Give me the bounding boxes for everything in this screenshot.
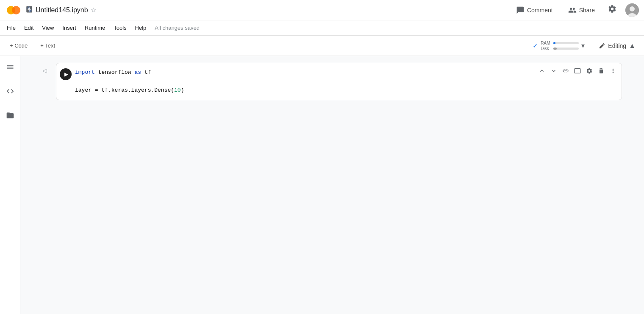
cell-toolbar [537, 66, 618, 76]
ram-label: RAM [541, 41, 552, 45]
file-title-area: Untitled145.ipynb ☆ [25, 6, 508, 15]
settings-button[interactable] [606, 3, 619, 17]
connection-checkmark: ✓ [533, 42, 538, 50]
pencil-icon [599, 42, 605, 49]
svg-point-1 [12, 6, 20, 14]
notebook-toolbar: + Code + Text ✓ RAM Disk ▾ [0, 36, 644, 56]
resource-usage: RAM Disk [541, 41, 579, 51]
code-line-3: layer = tf.keras.layers.Dense(10) [75, 86, 618, 95]
menu-help[interactable]: Help [132, 23, 150, 33]
chevron-up-icon: ▲ [629, 42, 636, 50]
disk-bar-fill [553, 48, 556, 50]
menu-edit[interactable]: Edit [21, 23, 37, 33]
file-name[interactable]: Untitled145.ipynb [36, 6, 88, 14]
code-line-2 [75, 77, 618, 86]
toolbar-divider [590, 41, 590, 51]
cell-more-options-button[interactable] [608, 66, 618, 76]
user-avatar[interactable] [625, 3, 639, 17]
menu-view[interactable]: View [39, 23, 57, 33]
menu-file[interactable]: File [3, 23, 19, 33]
sidebar-icon-menu[interactable] [3, 59, 18, 77]
menu-bar: File Edit View Insert Runtime Tools Help… [0, 20, 644, 36]
gear-icon [608, 4, 617, 14]
ram-bar-background [553, 42, 579, 44]
cell-container: ◁ [36, 63, 629, 100]
comment-icon [516, 6, 525, 14]
star-icon[interactable]: ☆ [91, 6, 97, 14]
share-button[interactable]: Share [564, 3, 599, 17]
sidebar-icon-files[interactable] [3, 108, 18, 125]
top-bar: Untitled145.ipynb ☆ Comment Share [0, 0, 644, 20]
share-icon [568, 6, 577, 14]
colab-logo[interactable] [5, 2, 22, 19]
main-content: ◁ [0, 56, 644, 314]
disk-bar-background [553, 48, 579, 50]
move-cell-down-button[interactable] [549, 66, 559, 76]
notebook-area: ◁ [20, 56, 644, 314]
ram-bar-fill [553, 42, 555, 44]
editing-label: Editing [608, 42, 626, 49]
play-icon: ▶ [64, 71, 68, 77]
copy-cell-link-button[interactable] [561, 66, 571, 76]
add-code-button[interactable]: + Code [5, 39, 32, 52]
add-text-button[interactable]: + Text [36, 39, 60, 52]
resource-dropdown[interactable]: ▾ [581, 42, 585, 50]
cell-output-button[interactable] [572, 66, 583, 76]
cell-gutter: ◁ [42, 63, 56, 74]
svg-point-3 [630, 6, 635, 11]
cell-settings-button[interactable] [584, 66, 594, 76]
disk-label: Disk [541, 46, 552, 51]
move-cell-up-button[interactable] [537, 66, 547, 76]
code-cell[interactable]: ▶ import tensorflow as tf layer = tf.ker… [56, 63, 622, 100]
editing-status-button[interactable]: Editing ▲ [595, 40, 639, 51]
save-status: All changes saved [155, 25, 200, 31]
menu-insert[interactable]: Insert [59, 23, 80, 33]
delete-cell-button[interactable] [596, 66, 606, 76]
sidebar-icon-code[interactable] [3, 84, 18, 101]
menu-tools[interactable]: Tools [110, 23, 130, 33]
drive-icon [25, 6, 33, 15]
left-sidebar [0, 56, 20, 314]
cell-expand-icon[interactable]: ◁ [42, 67, 47, 74]
top-right-actions: Comment Share [512, 3, 639, 17]
menu-runtime[interactable]: Runtime [81, 23, 108, 33]
comment-button[interactable]: Comment [512, 3, 557, 17]
run-cell-button[interactable]: ▶ [60, 68, 72, 80]
